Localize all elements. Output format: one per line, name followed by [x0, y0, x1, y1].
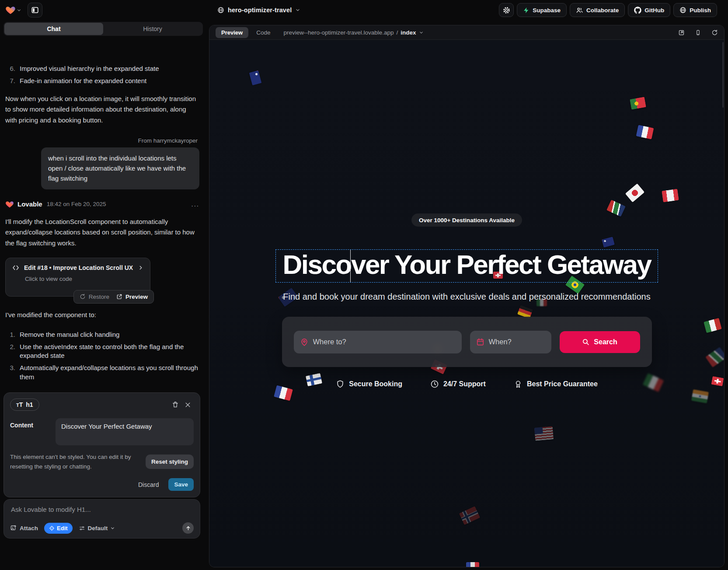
lovable-logo-menu[interactable] [5, 5, 21, 15]
edit-mode-pill[interactable]: Edit [44, 523, 73, 534]
feature-label: 24/7 Support [443, 380, 486, 388]
publish-globe-icon [679, 7, 686, 14]
open-in-new-tab-button[interactable] [678, 29, 685, 36]
attach-button[interactable]: Attach [10, 525, 38, 532]
project-selector[interactable]: hero-optimizer-travel [217, 0, 300, 20]
restore-label: Restore [89, 294, 109, 300]
selected-h1-outline[interactable]: Discover Your Perfect Getaway [275, 249, 658, 283]
assistant-message-header: Lovable 18:42 on Feb 20, 2025 ... [5, 200, 199, 209]
element-editor-panel: TT h1 Content Discover Your Perfect Geta… [3, 392, 200, 497]
feature-support: 24/7 Support [430, 380, 486, 388]
url-selector[interactable]: preview--hero-optimizer-travel.lovable.a… [283, 29, 423, 36]
chat-composer: Attach Edit Default [3, 499, 200, 539]
assistant-name: Lovable [17, 200, 42, 208]
calendar-icon [476, 338, 484, 346]
assistant-paragraph: I'll modify the LocationScroll component… [5, 217, 199, 249]
feature-best-price: Best Price Guarantee [514, 380, 598, 388]
sidebar-tabs: Chat History [3, 22, 203, 36]
chevron-down-icon [295, 7, 300, 13]
list-number: 2. [5, 343, 20, 360]
list-text: Use the activeIndex state to control bot… [20, 343, 199, 360]
when-input[interactable] [489, 338, 545, 346]
preview-pane: Preview Code preview--hero-optimizer-tra… [209, 25, 725, 567]
style-note: This element can't be styled. You can ed… [10, 452, 139, 471]
message-menu-button[interactable]: ... [191, 200, 199, 208]
preview-pane-header: Preview Code preview--hero-optimizer-tra… [209, 25, 724, 40]
github-button[interactable]: GitHub [628, 3, 670, 17]
award-icon [514, 380, 522, 388]
feature-label: Best Price Guarantee [527, 380, 598, 388]
when-input-wrap[interactable] [470, 331, 551, 353]
tab-history[interactable]: History [103, 23, 202, 35]
url-separator: / [397, 29, 398, 36]
flag-ca-decoration [662, 189, 679, 203]
hero-subtitle: Find and book your dream destination wit… [283, 292, 650, 302]
app-preview[interactable]: Over 1000+ Destinations Available Discov… [209, 40, 724, 567]
supabase-icon [523, 7, 529, 14]
collaborate-label: Collaborate [586, 7, 619, 14]
url-host: preview--hero-optimizer-travel.lovable.a… [283, 29, 394, 36]
search-label: Search [594, 338, 617, 346]
discard-button[interactable]: Discard [138, 481, 159, 488]
list-number: 4. [5, 385, 20, 386]
tab-chat[interactable]: Chat [4, 23, 103, 35]
close-icon [185, 402, 191, 408]
flag-us-decoration [534, 426, 554, 441]
list-text: Automatically expand/collapse locations … [20, 364, 199, 381]
chevron-down-icon [419, 30, 424, 35]
edit-card-subtitle: Click to view code [25, 276, 144, 282]
assistant-paragraph: I've modified the component to: [5, 310, 199, 321]
where-input[interactable] [313, 338, 456, 346]
restore-button[interactable]: Restore [80, 294, 109, 300]
tab-preview[interactable]: Preview [216, 27, 248, 38]
search-icon [582, 338, 589, 346]
clock-icon [430, 380, 439, 388]
feature-label: Secure Booking [349, 380, 402, 388]
element-tag-name: h1 [26, 401, 33, 408]
restore-preview-group: Restore Preview [73, 290, 154, 304]
assistant-paragraph: Now when you click on a location image, … [5, 94, 199, 126]
mobile-view-button[interactable] [695, 29, 701, 36]
clipped-previous-line: ········································… [18, 57, 199, 62]
chat-input-field[interactable] [11, 506, 193, 513]
where-input-wrap[interactable] [294, 331, 462, 353]
settings-button[interactable] [499, 3, 514, 17]
search-button[interactable]: Search [560, 331, 640, 353]
previous-list: 6. Improved visual hierarchy in the expa… [5, 64, 199, 86]
chevron-right-icon [138, 265, 144, 271]
content-textarea[interactable]: Discover Your Perfect Getaway [56, 418, 194, 445]
hero-title[interactable]: Discover Your Perfect Getaway [283, 251, 651, 279]
sidebar-toggle-button[interactable] [28, 3, 42, 17]
message-timestamp: 18:42 on Feb 20, 2025 [47, 201, 106, 207]
mode-selector[interactable]: Default [79, 525, 115, 532]
supabase-button[interactable]: Supabase [517, 3, 567, 17]
send-button[interactable] [182, 522, 194, 534]
tab-code[interactable]: Code [256, 29, 270, 36]
list-item: 1.Remove the manual click handling [5, 330, 199, 339]
content-label: Content [10, 418, 56, 445]
list-number: 7. [5, 77, 20, 85]
reset-styling-button[interactable]: Reset styling [146, 455, 194, 469]
preview-scrollbar[interactable] [722, 42, 724, 108]
steps-list: 1.Remove the manual click handling 2.Use… [5, 330, 199, 387]
trash-icon [172, 401, 179, 408]
edit-version-card[interactable]: Edit #18 • Improve Location Scroll UX Cl… [5, 258, 150, 297]
attach-label: Attach [20, 525, 38, 532]
lovable-heart-icon [5, 5, 16, 15]
preview-button[interactable]: Preview [116, 294, 148, 300]
project-name: hero-optimizer-travel [228, 7, 292, 14]
list-text: Fade-in animation for the expanded conte… [20, 77, 146, 85]
refresh-button[interactable] [711, 29, 718, 36]
publish-button[interactable]: Publish [673, 3, 717, 17]
chat-sidebar: Chat History ···························… [0, 20, 206, 570]
element-tag-pill[interactable]: TT h1 [10, 399, 39, 411]
top-bar: hero-optimizer-travel Supabase Collabora… [0, 0, 728, 20]
chat-scroll-area[interactable]: ········································… [0, 57, 206, 386]
lovable-avatar [5, 200, 14, 209]
delete-element-button[interactable] [169, 399, 181, 411]
save-button[interactable]: Save [168, 478, 194, 491]
from-label: From harrymckayroper [5, 137, 198, 144]
collaborate-button[interactable]: Collaborate [570, 3, 625, 17]
close-panel-button[interactable] [181, 399, 194, 411]
list-number: 1. [5, 330, 20, 339]
